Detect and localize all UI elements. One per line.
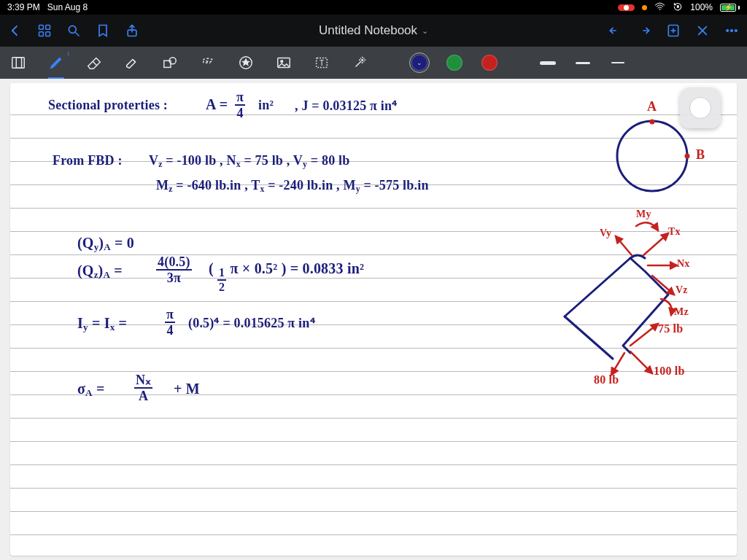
status-right: 100% ⚡	[618, 1, 740, 14]
nav-left	[7, 23, 140, 39]
chevron-down-icon: ⌄	[422, 26, 428, 36]
ink-color-2[interactable]	[446, 55, 462, 71]
svg-text:T: T	[320, 59, 324, 67]
svg-point-16	[735, 29, 737, 31]
battery-icon: ⚡	[720, 4, 740, 12]
svg-rect-1	[677, 5, 679, 8]
svg-rect-5	[46, 32, 50, 36]
record-dot-icon	[624, 5, 629, 10]
add-page-button[interactable]	[665, 23, 681, 39]
document-title: Untitled Notebook	[319, 23, 417, 38]
status-time: 3:39 PM	[7, 2, 40, 12]
svg-rect-18	[16, 58, 24, 69]
bookmark-button[interactable]	[95, 23, 111, 39]
wifi-icon	[654, 2, 665, 13]
svg-rect-17	[12, 58, 22, 69]
svg-rect-4	[39, 32, 44, 36]
favorites-tool[interactable]	[236, 53, 255, 72]
svg-point-26	[362, 59, 363, 61]
more-button[interactable]	[724, 23, 740, 39]
notebook-page[interactable]: Sectional proterties : A = π4 in² , J = …	[10, 83, 737, 556]
bluetooth-icon: ᚼ	[66, 50, 70, 58]
close-edit-button[interactable]	[694, 23, 711, 39]
battery-percent: 100%	[690, 2, 713, 12]
image-tool[interactable]	[274, 53, 293, 72]
ink-color-1[interactable]: ⌄	[411, 55, 427, 71]
back-button[interactable]	[7, 23, 23, 39]
orientation-lock-icon	[673, 1, 683, 14]
svg-point-27	[617, 121, 687, 191]
sketch-overlay	[10, 83, 737, 556]
chevron-down-icon: ⌄	[417, 59, 422, 66]
undo-button[interactable]	[607, 23, 623, 39]
stroke-width-3[interactable]	[610, 59, 626, 66]
status-bar: 3:39 PM Sun Aug 8 100% ⚡	[0, 0, 747, 15]
laser-tool[interactable]	[350, 53, 369, 72]
eraser-tool[interactable]	[85, 53, 104, 72]
svg-point-14	[727, 29, 729, 31]
search-button[interactable]	[66, 23, 82, 39]
svg-rect-2	[39, 26, 44, 30]
stroke-width-2[interactable]	[575, 59, 591, 66]
highlighter-tool[interactable]	[123, 53, 142, 72]
share-button[interactable]	[124, 23, 140, 39]
canvas-area: Sectional proterties : A = π4 in² , J = …	[0, 79, 747, 560]
svg-line-7	[76, 33, 80, 36]
screen-record-pill[interactable]	[618, 4, 635, 11]
svg-point-29	[685, 154, 690, 159]
svg-point-15	[730, 29, 732, 31]
pen-tool[interactable]: ᚼ	[47, 53, 66, 72]
thumbnails-button[interactable]	[36, 23, 53, 39]
text-tool[interactable]: T	[312, 53, 331, 72]
stroke-width-1[interactable]	[540, 59, 556, 66]
nav-right	[607, 23, 740, 39]
read-mode-tool[interactable]	[9, 53, 28, 72]
status-date: Sun Aug 8	[47, 2, 88, 12]
svg-point-28	[650, 120, 655, 125]
status-left: 3:39 PM Sun Aug 8	[7, 2, 88, 12]
svg-point-0	[659, 8, 661, 9]
svg-rect-3	[46, 26, 50, 30]
lasso-tool[interactable]	[198, 53, 217, 72]
mic-indicator-icon	[642, 5, 647, 10]
document-title-button[interactable]: Untitled Notebook ⌄	[153, 23, 594, 38]
ink-color-3[interactable]	[481, 55, 498, 71]
toolbar: ᚼ T ⌄	[0, 47, 747, 79]
svg-point-6	[69, 26, 76, 33]
shape-tool[interactable]	[160, 53, 179, 72]
redo-button[interactable]	[636, 23, 652, 39]
navbar: Untitled Notebook ⌄	[0, 15, 747, 47]
svg-point-23	[281, 61, 283, 63]
